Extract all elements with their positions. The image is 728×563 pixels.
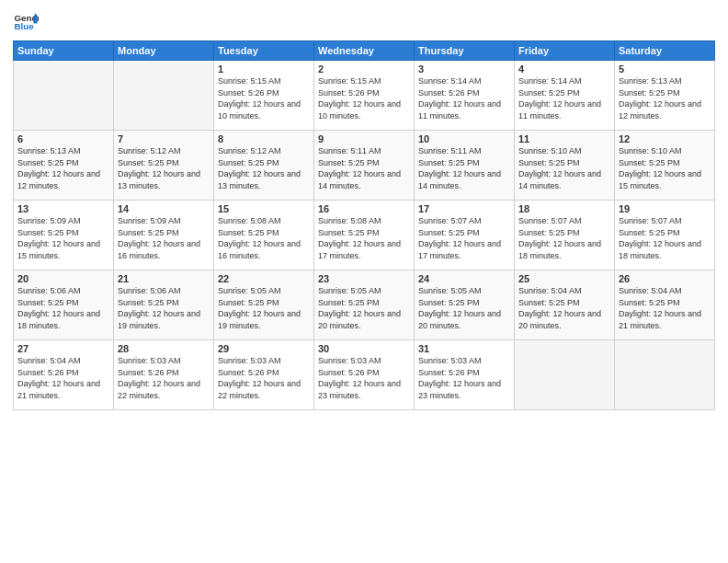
calendar-cell: 29Sunrise: 5:03 AMSunset: 5:26 PMDayligh… — [214, 340, 314, 410]
calendar-cell: 6Sunrise: 5:13 AMSunset: 5:25 PMDaylight… — [14, 131, 114, 201]
weekday-header-tuesday: Tuesday — [214, 41, 314, 61]
day-info: Sunrise: 5:11 AMSunset: 5:25 PMDaylight:… — [318, 145, 410, 191]
day-number: 21 — [118, 273, 210, 284]
day-number: 30 — [318, 343, 410, 354]
day-info: Sunrise: 5:12 AMSunset: 5:25 PMDaylight:… — [118, 145, 210, 191]
calendar-cell: 7Sunrise: 5:12 AMSunset: 5:25 PMDaylight… — [114, 131, 214, 201]
calendar-cell: 17Sunrise: 5:07 AMSunset: 5:25 PMDayligh… — [415, 201, 515, 270]
page: General Blue SundayMondayTuesdayWednesda… — [0, 0, 728, 563]
calendar-week-row: 27Sunrise: 5:04 AMSunset: 5:26 PMDayligh… — [14, 340, 715, 410]
calendar-cell — [515, 340, 615, 410]
day-info: Sunrise: 5:11 AMSunset: 5:25 PMDaylight:… — [418, 145, 510, 191]
calendar-cell: 15Sunrise: 5:08 AMSunset: 5:25 PMDayligh… — [214, 201, 314, 270]
day-number: 6 — [17, 133, 109, 144]
calendar-week-row: 1Sunrise: 5:15 AMSunset: 5:26 PMDaylight… — [14, 61, 715, 131]
day-info: Sunrise: 5:08 AMSunset: 5:25 PMDaylight:… — [218, 215, 310, 261]
day-number: 8 — [218, 133, 310, 144]
calendar-cell: 11Sunrise: 5:10 AMSunset: 5:25 PMDayligh… — [515, 131, 615, 201]
calendar-cell: 16Sunrise: 5:08 AMSunset: 5:25 PMDayligh… — [314, 201, 415, 270]
calendar-week-row: 13Sunrise: 5:09 AMSunset: 5:25 PMDayligh… — [14, 201, 715, 270]
logo: General Blue — [13, 9, 39, 35]
calendar-cell: 14Sunrise: 5:09 AMSunset: 5:25 PMDayligh… — [114, 201, 214, 270]
day-info: Sunrise: 5:12 AMSunset: 5:25 PMDaylight:… — [218, 145, 310, 191]
calendar-week-row: 20Sunrise: 5:06 AMSunset: 5:25 PMDayligh… — [14, 270, 715, 340]
day-number: 16 — [318, 203, 410, 214]
day-number: 31 — [418, 343, 510, 354]
day-number: 1 — [218, 63, 310, 75]
day-info: Sunrise: 5:13 AMSunset: 5:25 PMDaylight:… — [17, 145, 109, 191]
weekday-header-saturday: Saturday — [615, 41, 715, 61]
weekday-header-thursday: Thursday — [415, 41, 515, 61]
day-info: Sunrise: 5:03 AMSunset: 5:26 PMDaylight:… — [118, 355, 210, 401]
day-number: 3 — [418, 63, 510, 75]
calendar-cell: 12Sunrise: 5:10 AMSunset: 5:25 PMDayligh… — [615, 131, 715, 201]
day-info: Sunrise: 5:15 AMSunset: 5:26 PMDaylight:… — [218, 75, 310, 121]
day-number: 28 — [118, 343, 210, 354]
calendar-cell — [114, 61, 214, 131]
calendar-table: SundayMondayTuesdayWednesdayThursdayFrid… — [13, 40, 715, 410]
day-number: 12 — [619, 133, 711, 144]
calendar-cell: 25Sunrise: 5:04 AMSunset: 5:25 PMDayligh… — [515, 270, 615, 340]
day-number: 24 — [418, 273, 510, 284]
calendar-cell: 22Sunrise: 5:05 AMSunset: 5:25 PMDayligh… — [214, 270, 314, 340]
weekday-header-monday: Monday — [114, 41, 214, 61]
header: General Blue — [13, 9, 715, 35]
logo-icon: General Blue — [13, 9, 39, 35]
day-number: 4 — [518, 63, 610, 75]
day-number: 11 — [518, 133, 610, 144]
calendar-cell: 28Sunrise: 5:03 AMSunset: 5:26 PMDayligh… — [114, 340, 214, 410]
day-number: 13 — [17, 203, 109, 214]
weekday-header-friday: Friday — [515, 41, 615, 61]
day-number: 27 — [17, 343, 109, 354]
svg-marker-2 — [33, 16, 37, 23]
calendar-cell: 20Sunrise: 5:06 AMSunset: 5:25 PMDayligh… — [14, 270, 114, 340]
day-number: 25 — [518, 273, 610, 284]
day-info: Sunrise: 5:10 AMSunset: 5:25 PMDaylight:… — [518, 145, 610, 191]
day-number: 7 — [118, 133, 210, 144]
day-info: Sunrise: 5:07 AMSunset: 5:25 PMDaylight:… — [518, 215, 610, 261]
day-info: Sunrise: 5:09 AMSunset: 5:25 PMDaylight:… — [17, 215, 109, 261]
calendar-cell: 26Sunrise: 5:04 AMSunset: 5:25 PMDayligh… — [615, 270, 715, 340]
calendar-cell: 3Sunrise: 5:14 AMSunset: 5:26 PMDaylight… — [415, 61, 515, 131]
day-number: 20 — [17, 273, 109, 284]
day-info: Sunrise: 5:13 AMSunset: 5:25 PMDaylight:… — [619, 75, 711, 121]
day-info: Sunrise: 5:06 AMSunset: 5:25 PMDaylight:… — [17, 285, 109, 331]
calendar-cell: 10Sunrise: 5:11 AMSunset: 5:25 PMDayligh… — [415, 131, 515, 201]
day-info: Sunrise: 5:05 AMSunset: 5:25 PMDaylight:… — [218, 285, 310, 331]
day-info: Sunrise: 5:04 AMSunset: 5:25 PMDaylight:… — [619, 285, 711, 331]
calendar-cell: 21Sunrise: 5:06 AMSunset: 5:25 PMDayligh… — [114, 270, 214, 340]
calendar-cell: 19Sunrise: 5:07 AMSunset: 5:25 PMDayligh… — [615, 201, 715, 270]
day-info: Sunrise: 5:03 AMSunset: 5:26 PMDaylight:… — [418, 355, 510, 401]
weekday-header-sunday: Sunday — [14, 41, 114, 61]
calendar-cell: 13Sunrise: 5:09 AMSunset: 5:25 PMDayligh… — [14, 201, 114, 270]
day-info: Sunrise: 5:05 AMSunset: 5:25 PMDaylight:… — [318, 285, 410, 331]
day-number: 9 — [318, 133, 410, 144]
day-info: Sunrise: 5:15 AMSunset: 5:26 PMDaylight:… — [318, 75, 410, 121]
day-info: Sunrise: 5:07 AMSunset: 5:25 PMDaylight:… — [619, 215, 711, 261]
calendar-cell: 31Sunrise: 5:03 AMSunset: 5:26 PMDayligh… — [415, 340, 515, 410]
calendar-cell: 2Sunrise: 5:15 AMSunset: 5:26 PMDaylight… — [314, 61, 415, 131]
calendar-cell: 18Sunrise: 5:07 AMSunset: 5:25 PMDayligh… — [515, 201, 615, 270]
day-number: 14 — [118, 203, 210, 214]
weekday-header-row: SundayMondayTuesdayWednesdayThursdayFrid… — [14, 41, 715, 61]
calendar-cell — [14, 61, 114, 131]
day-info: Sunrise: 5:09 AMSunset: 5:25 PMDaylight:… — [118, 215, 210, 261]
calendar-cell: 4Sunrise: 5:14 AMSunset: 5:25 PMDaylight… — [515, 61, 615, 131]
calendar-cell: 27Sunrise: 5:04 AMSunset: 5:26 PMDayligh… — [14, 340, 114, 410]
calendar-cell: 9Sunrise: 5:11 AMSunset: 5:25 PMDaylight… — [314, 131, 415, 201]
day-number: 17 — [418, 203, 510, 214]
day-info: Sunrise: 5:04 AMSunset: 5:26 PMDaylight:… — [17, 355, 109, 401]
day-number: 26 — [619, 273, 711, 284]
day-number: 15 — [218, 203, 310, 214]
day-info: Sunrise: 5:03 AMSunset: 5:26 PMDaylight:… — [218, 355, 310, 401]
day-number: 2 — [318, 63, 410, 75]
day-info: Sunrise: 5:08 AMSunset: 5:25 PMDaylight:… — [318, 215, 410, 261]
day-number: 19 — [619, 203, 711, 214]
calendar-cell: 5Sunrise: 5:13 AMSunset: 5:25 PMDaylight… — [615, 61, 715, 131]
calendar-cell: 1Sunrise: 5:15 AMSunset: 5:26 PMDaylight… — [214, 61, 314, 131]
calendar-cell: 8Sunrise: 5:12 AMSunset: 5:25 PMDaylight… — [214, 131, 314, 201]
day-info: Sunrise: 5:07 AMSunset: 5:25 PMDaylight:… — [418, 215, 510, 261]
weekday-header-wednesday: Wednesday — [314, 41, 415, 61]
day-info: Sunrise: 5:14 AMSunset: 5:25 PMDaylight:… — [518, 75, 610, 121]
calendar-cell: 24Sunrise: 5:05 AMSunset: 5:25 PMDayligh… — [415, 270, 515, 340]
